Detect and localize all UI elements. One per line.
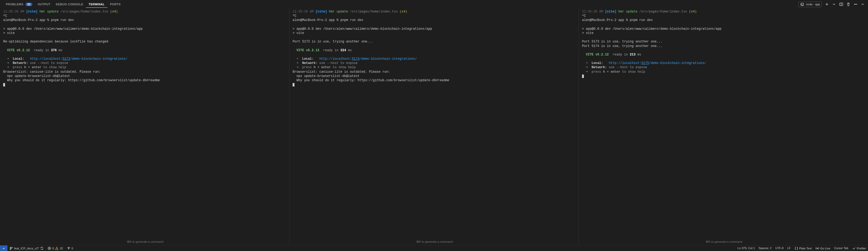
plus-icon [825, 2, 829, 6]
terminal-cursor [3, 83, 5, 87]
language-mode-label: Plain Text [799, 247, 812, 250]
terminal-hint-2: ⌘K to generate a command [292, 239, 577, 245]
git-branch-icon [9, 247, 13, 250]
check-icon [852, 247, 856, 250]
broadcast-icon [815, 247, 819, 250]
svg-point-3 [855, 4, 856, 4]
indentation-item[interactable]: Spaces: 2 [757, 247, 774, 250]
svg-point-7 [12, 247, 12, 248]
go-live-label: Go Live [820, 247, 830, 250]
trash-icon [846, 2, 850, 6]
problems-item[interactable]: 0 32 [45, 245, 65, 251]
split-terminal-button[interactable] [839, 2, 843, 6]
terminal-pane-2[interactable]: 11:36:36 AM [vite] hmr update /src/pages… [289, 8, 579, 245]
prettier-label: Prettier [857, 247, 866, 250]
radio-icon [67, 247, 70, 250]
svg-point-6 [10, 249, 11, 250]
terminal-icon [800, 2, 804, 6]
chevron-down-icon [832, 2, 836, 6]
ports-item[interactable]: 0 [65, 245, 75, 251]
go-live-item[interactable]: Go Live [814, 247, 832, 250]
git-branch-item[interactable]: feat_ICP_docs_v2* [7, 245, 45, 251]
tab-output[interactable]: OUTPUT [35, 1, 53, 7]
terminal-output-3: 11:36:36 AM [vite] hmr update /src/pages… [582, 9, 866, 239]
tab-terminal[interactable]: TERMINAL [86, 1, 107, 8]
terminal-cursor [582, 74, 584, 78]
split-icon [839, 2, 843, 6]
tab-debug-console[interactable]: DEBUG CONSOLE [53, 1, 86, 7]
warning-count: 32 [60, 247, 63, 250]
tab-problems[interactable]: PROBLEMS 32 [3, 1, 35, 7]
terminal-output-1: 11:36:36 AM [vite] hmr update /src/pages… [3, 9, 287, 239]
ports-count: 0 [72, 247, 73, 250]
kill-terminal-button[interactable] [846, 2, 850, 6]
svg-point-2 [854, 4, 855, 4]
new-terminal-button[interactable] [825, 2, 829, 6]
terminal-hint-1: ⌘K to generate a command [3, 239, 287, 245]
terminal-selector[interactable]: node - app [799, 2, 822, 7]
encoding-item[interactable]: UTF-8 [773, 247, 785, 250]
terminal-pane-1[interactable]: 11:36:36 AM [vite] hmr update /src/pages… [0, 8, 289, 245]
collapse-panel-button[interactable] [861, 2, 865, 6]
remote-button[interactable] [0, 245, 7, 251]
terminal-hint-3: ⌘K to generate a command [582, 239, 866, 245]
tab-problems-label: PROBLEMS [6, 3, 23, 6]
svg-point-5 [10, 247, 11, 248]
terminal-pane-3[interactable]: 11:36:36 AM [vite] hmr update /src/pages… [579, 8, 868, 245]
ellipsis-icon [854, 2, 858, 6]
error-count: 0 [52, 247, 54, 250]
git-branch-name: feat_ICP_docs_v2* [14, 247, 39, 250]
sync-icon [40, 247, 44, 250]
terminal-container: 11:36:36 AM [vite] hmr update /src/pages… [0, 8, 868, 245]
svg-point-10 [817, 248, 818, 249]
error-icon [48, 247, 51, 250]
statusbar: feat_ICP_docs_v2* 0 32 0 Ln 379, Col 1 S… [0, 245, 868, 251]
braces-icon [795, 247, 798, 250]
terminal-output-2: 11:36:36 AM [vite] hmr update /src/pages… [292, 9, 577, 239]
chevron-up-icon [861, 2, 865, 6]
svg-point-4 [856, 4, 857, 4]
warning-icon [55, 247, 59, 250]
tab-ports[interactable]: PORTS [107, 1, 123, 7]
svg-point-9 [68, 249, 69, 249]
terminal-dropdown-button[interactable] [832, 2, 836, 6]
problems-badge: 32 [26, 3, 32, 6]
prettier-item[interactable]: Prettier [850, 247, 868, 250]
terminal-name: node - app [806, 3, 820, 6]
cursor-position[interactable]: Ln 379, Col 1 [736, 247, 756, 250]
eol-item[interactable]: LF [785, 247, 793, 250]
terminal-cursor [292, 83, 294, 87]
panel-actions: node - app [799, 2, 865, 7]
statusbar-right: Ln 379, Col 1 Spaces: 2 UTF-8 LF Plain T… [736, 247, 868, 250]
language-mode-item[interactable]: Plain Text [793, 247, 814, 250]
more-actions-button[interactable] [854, 2, 858, 6]
panel-tabs: PROBLEMS 32 OUTPUT DEBUG CONSOLE TERMINA… [0, 0, 868, 8]
cursor-tab-item[interactable]: Cursor Tab [832, 247, 850, 250]
remote-icon [2, 247, 6, 250]
